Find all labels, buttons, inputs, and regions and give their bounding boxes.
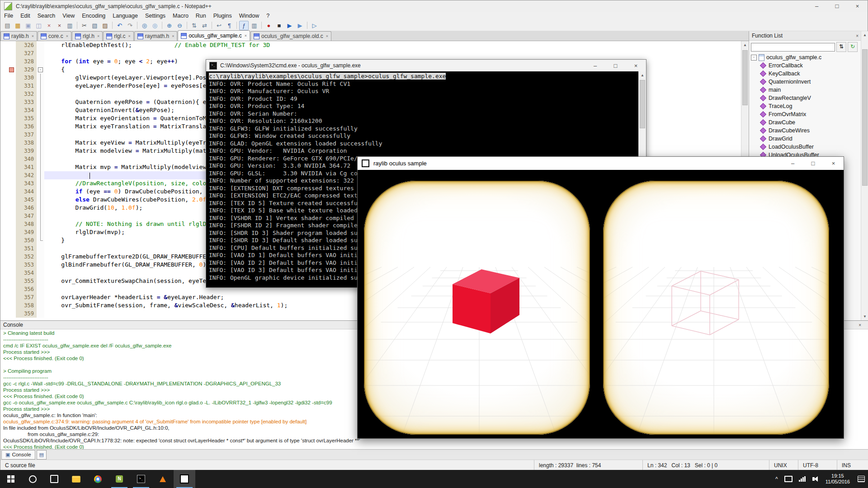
new-file-icon[interactable]: ▤ — [3, 21, 12, 30]
funclist-reload-icon[interactable]: ↻ — [848, 42, 858, 52]
undo-icon[interactable]: ↶ — [115, 21, 124, 30]
tab-raymath.h[interactable]: raymath.h× — [134, 31, 178, 41]
funclist-item-main[interactable]: main — [749, 86, 868, 94]
tab-raylib.h[interactable]: raylib.h× — [0, 31, 37, 41]
menu-view[interactable]: View — [59, 12, 78, 20]
tab-close-icon[interactable]: × — [66, 34, 68, 38]
menu-edit[interactable]: Edit — [17, 12, 34, 20]
collapse-icon[interactable]: - — [751, 55, 757, 61]
tab-close-icon[interactable]: × — [326, 34, 328, 38]
scroll-down-icon[interactable]: ▼ — [861, 313, 868, 320]
taskbar-task-view[interactable] — [43, 470, 65, 488]
funclist-scrollbar-thumb[interactable] — [862, 49, 868, 186]
menu-search[interactable]: Search — [34, 12, 59, 20]
tab-oculus_glfw_sample.old.c[interactable]: oculus_glfw_sample.old.c× — [250, 31, 331, 41]
taskbar-clock[interactable]: 19:15 11/05/2016 — [821, 473, 854, 485]
notification-center-icon[interactable] — [854, 470, 868, 488]
funclist-item-KeyCallback[interactable]: KeyCallback — [749, 70, 868, 78]
save-all-icon[interactable]: ◫ — [34, 21, 43, 30]
console-close-icon[interactable]: × — [859, 323, 861, 328]
redo-icon[interactable]: ↷ — [125, 21, 135, 30]
raylib-titlebar[interactable]: raylib oculus sample – □ × — [358, 157, 844, 170]
raylib-minimize-button[interactable]: – — [783, 157, 803, 170]
menu-window[interactable]: Window — [236, 12, 263, 20]
menu-language[interactable]: Language — [109, 12, 142, 20]
tray-chevron-up-icon[interactable]: ^ — [772, 470, 781, 488]
network-icon[interactable] — [796, 470, 809, 488]
taskbar-raylib[interactable] — [174, 470, 195, 488]
npp-titlebar[interactable]: C:\raylib\raylib\examples\oculus_glfw_sa… — [0, 0, 868, 12]
cmd-maximize-button[interactable]: □ — [605, 60, 626, 71]
scroll-up-icon[interactable]: ▲ — [861, 31, 868, 39]
npp-close-button[interactable]: × — [847, 0, 868, 12]
tab-close-icon[interactable]: × — [97, 34, 99, 38]
funclist-root[interactable]: -oculus_glfw_sample.c — [749, 53, 868, 61]
taskbar-start[interactable] — [0, 470, 22, 488]
funclist-search-input[interactable] — [751, 43, 835, 52]
tab-oculus_glfw_sample.c[interactable]: oculus_glfw_sample.c× — [178, 30, 250, 41]
tab-rlgl.h[interactable]: rlgl.h× — [72, 31, 103, 41]
funclist-item-LoadOculusBuffer[interactable]: LoadOculusBuffer — [749, 143, 868, 151]
copy-icon[interactable]: ▧ — [90, 21, 99, 30]
tab-close-icon[interactable]: × — [245, 34, 247, 38]
function-list-close-icon[interactable]: × — [856, 33, 859, 38]
cmd-titlebar[interactable]: >_ C:\Windows\System32\cmd.exe - oculus_… — [206, 60, 646, 71]
open-folder-icon[interactable]: ▦ — [13, 21, 23, 30]
sync-vertical-icon[interactable]: ⇅ — [189, 21, 199, 30]
raylib-maximize-button[interactable]: □ — [803, 157, 823, 170]
function-list-header[interactable]: Function List × — [749, 31, 868, 41]
function-list-icon[interactable]: ƒ — [239, 21, 249, 30]
tab-close-icon[interactable]: × — [128, 34, 131, 38]
menu-macro[interactable]: Macro — [169, 12, 192, 20]
cmd-scrollbar-thumb[interactable] — [640, 80, 645, 128]
funclist-item-TraceLog[interactable]: TraceLog — [749, 102, 868, 110]
tab-close-icon[interactable]: × — [32, 34, 34, 38]
play-macro-icon[interactable]: ▶ — [285, 21, 294, 30]
find-icon[interactable]: ◎ — [140, 21, 149, 30]
document-map-icon[interactable]: ▥ — [250, 21, 259, 30]
sync-horizontal-icon[interactable]: ⇄ — [200, 21, 209, 30]
funclist-item-DrawCubeWires[interactable]: DrawCubeWires — [749, 127, 868, 135]
record-macro-icon[interactable]: ● — [264, 21, 274, 30]
word-wrap-icon[interactable]: ↩ — [214, 21, 224, 30]
cut-icon[interactable]: ✂ — [80, 21, 89, 30]
taskbar-file-explorer[interactable] — [65, 470, 87, 488]
taskbar-cmd[interactable]: >_ — [130, 470, 152, 488]
funclist-scrollbar[interactable]: ▲ ▼ — [861, 31, 868, 320]
cmd-minimize-button[interactable]: – — [585, 60, 605, 71]
menu-plugins[interactable]: Plugins — [210, 12, 236, 20]
funclist-item-DrawCube[interactable]: DrawCube — [749, 118, 868, 127]
taskbar-vlc[interactable] — [152, 470, 174, 488]
tab-close-icon[interactable]: × — [172, 34, 174, 38]
panel-tab-doc-monitor[interactable]: ▤ — [37, 450, 47, 460]
tab-rlgl.c[interactable]: rlgl.c× — [103, 31, 134, 41]
panel-tab-console[interactable]: ▣ Console — [1, 450, 35, 460]
menu-encoding[interactable]: Encoding — [78, 12, 109, 20]
menu-help[interactable]: ? — [263, 12, 273, 20]
cmd-close-button[interactable]: × — [626, 60, 646, 71]
menu-settings[interactable]: Settings — [142, 12, 169, 20]
fold-collapse-icon[interactable]: - — [38, 67, 43, 72]
paste-icon[interactable]: ▨ — [100, 21, 110, 30]
scroll-up-icon[interactable]: ▲ — [741, 41, 749, 49]
display-icon[interactable] — [781, 470, 796, 488]
volume-icon[interactable] — [809, 470, 821, 488]
show-symbols-icon[interactable]: ¶ — [225, 21, 234, 30]
raylib-close-button[interactable]: × — [823, 157, 844, 170]
close-icon[interactable]: × — [44, 21, 54, 30]
editor-scrollbar-thumb[interactable] — [742, 50, 748, 105]
replace-icon[interactable]: ◎ — [150, 21, 160, 30]
tab-core.c[interactable]: core.c× — [38, 31, 71, 41]
funclist-item-QuaternionInvert[interactable]: QuaternionInvert — [749, 78, 868, 86]
stop-macro-icon[interactable]: ■ — [274, 21, 284, 30]
menu-file[interactable]: File — [0, 12, 17, 20]
zoom-in-icon[interactable]: ⊕ — [165, 21, 174, 30]
taskbar-search[interactable] — [22, 470, 43, 488]
run-icon[interactable]: ▷ — [310, 21, 319, 30]
zoom-out-icon[interactable]: ⊖ — [175, 21, 184, 30]
scroll-up-icon[interactable]: ▲ — [639, 71, 646, 79]
save-icon[interactable]: ▣ — [24, 21, 33, 30]
funclist-item-ErrorCallback[interactable]: ErrorCallback — [749, 61, 868, 70]
funclist-item-FromOvrMatrix[interactable]: FromOvrMatrix — [749, 110, 868, 118]
menu-run[interactable]: Run — [192, 12, 210, 20]
